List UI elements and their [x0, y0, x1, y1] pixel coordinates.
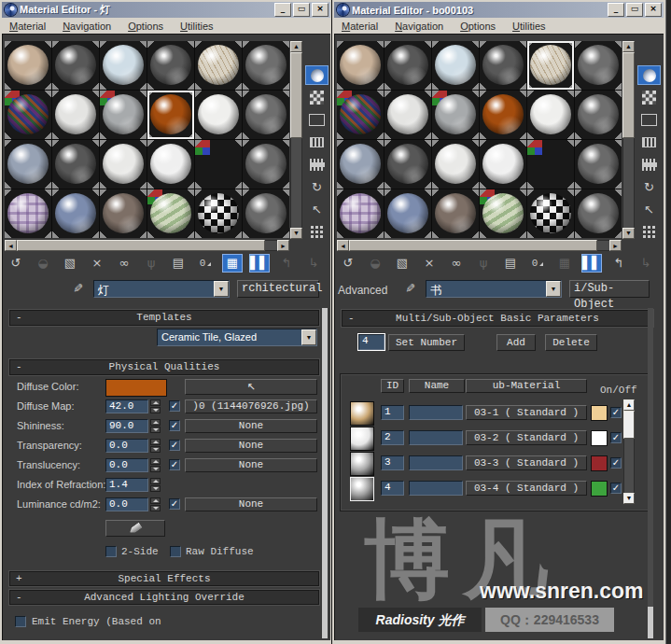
value-spinner[interactable]: [150, 458, 161, 472]
param-value-field[interactable]: 0.0: [105, 439, 148, 453]
scroll-thumb[interactable]: [622, 52, 635, 138]
material-sample-19[interactable]: [5, 189, 51, 238]
diffuse-color-map-button[interactable]: ↖: [185, 379, 317, 395]
go-to-parent-button[interactable]: ↰: [276, 254, 297, 273]
value-spinner[interactable]: [150, 497, 161, 511]
go-forward-to-sibling-button[interactable]: ↳: [636, 254, 656, 273]
background-button[interactable]: [637, 88, 661, 107]
collapse-icon[interactable]: -: [16, 311, 22, 325]
put-to-library-button[interactable]: ▤: [168, 254, 189, 273]
table-vscrollbar[interactable]: ▲ ▼: [623, 399, 635, 504]
table-header-name[interactable]: Name: [409, 379, 465, 393]
menu-material[interactable]: Material: [9, 21, 46, 32]
map-enable-checkbox[interactable]: ✓: [169, 498, 180, 510]
material-sample-13[interactable]: [337, 140, 384, 189]
sub-material-name-field[interactable]: [409, 481, 463, 496]
rollout-advanced-lighting-override[interactable]: - Advanced Lighting Override: [9, 590, 319, 605]
material-sample-10[interactable]: [147, 91, 194, 139]
scroll-down-icon[interactable]: ▼: [622, 228, 635, 239]
material-sample-7[interactable]: [5, 91, 51, 139]
material-sample-23[interactable]: [195, 189, 242, 238]
set-number-field[interactable]: 4: [358, 334, 384, 350]
sub-material-color-swatch[interactable]: [591, 455, 608, 471]
scroll-up-icon[interactable]: ▲: [622, 41, 635, 52]
rollout-multi-sub-object[interactable]: - Multi/Sub-Object Basic Parameters: [342, 310, 653, 327]
reset-map-mtl-button[interactable]: ×: [87, 254, 107, 273]
sub-material-id-field[interactable]: 1: [381, 405, 404, 420]
sub-material-onoff-checkbox[interactable]: ✓: [610, 457, 622, 469]
sub-material-thumbnail[interactable]: [350, 427, 374, 451]
get-material-button[interactable]: ↺: [338, 254, 358, 273]
material-sample-17[interactable]: [195, 140, 242, 189]
sample-type-sphere-button[interactable]: [637, 43, 661, 63]
select-by-material-button[interactable]: ↖: [637, 200, 661, 219]
backlight-button[interactable]: [305, 65, 329, 85]
material-sample-15[interactable]: [432, 140, 479, 189]
titlebar[interactable]: Material Editor - 灯 _ ▭ ×: [2, 2, 330, 18]
titlebar[interactable]: Material Editor - bo00103 _ ▭ ×: [334, 2, 664, 18]
material-sample-2[interactable]: [384, 41, 431, 90]
material-sample-9[interactable]: [100, 91, 147, 139]
material-map-navigator-button[interactable]: [637, 222, 661, 242]
scroll-up-icon[interactable]: ▲: [290, 41, 302, 52]
scroll-right-icon[interactable]: ►: [277, 240, 289, 251]
sub-material-button[interactable]: 03-4 ( Standard ): [466, 481, 587, 496]
two-side-checkbox[interactable]: [105, 546, 117, 557]
param-value-field[interactable]: 0.0: [105, 458, 148, 472]
pick-material-eyedropper-icon[interactable]: ✎: [71, 283, 85, 293]
material-name-dropdown[interactable]: 灯 ▼: [93, 280, 230, 298]
map-button[interactable]: None: [185, 497, 317, 511]
dropdown-arrow-icon[interactable]: ▼: [546, 281, 561, 297]
param-value-field[interactable]: 42.0: [105, 399, 148, 413]
map-enable-checkbox[interactable]: ✓: [169, 440, 180, 451]
select-by-material-button[interactable]: ↖: [305, 200, 329, 219]
material-sample-23[interactable]: [527, 189, 574, 238]
get-material-button[interactable]: ↺: [6, 254, 26, 273]
material-sample-16[interactable]: [480, 140, 526, 189]
material-sample-16[interactable]: [147, 140, 194, 189]
scroll-thumb[interactable]: [349, 240, 597, 251]
sub-material-color-swatch[interactable]: [591, 481, 608, 497]
menu-options[interactable]: Options: [460, 21, 496, 32]
sub-material-thumbnail[interactable]: [350, 401, 374, 426]
dropdown-arrow-icon[interactable]: ▼: [301, 329, 316, 345]
material-sample-12[interactable]: [243, 91, 289, 139]
sub-material-button[interactable]: 03-3 ( Standard ): [466, 455, 587, 470]
video-color-check-button[interactable]: [305, 133, 329, 152]
maximize-button[interactable]: ▭: [626, 3, 643, 17]
sample-vscrollbar[interactable]: ▲ ▼: [290, 41, 302, 239]
sub-material-name-field[interactable]: [409, 405, 463, 420]
collapse-icon[interactable]: -: [16, 591, 22, 604]
scroll-left-icon[interactable]: ◄: [5, 240, 17, 251]
material-sample-7[interactable]: [337, 91, 384, 139]
table-header-sub-material[interactable]: ub-Material: [466, 379, 587, 393]
rollout-special-effects[interactable]: + Special Effects: [9, 571, 319, 586]
sub-material-onoff-checkbox[interactable]: ✓: [610, 432, 622, 443]
sub-material-button[interactable]: 03-2 ( Standard ): [466, 430, 587, 445]
put-to-library-button[interactable]: ▤: [500, 254, 521, 273]
minimize-button[interactable]: _: [274, 3, 291, 17]
material-type-button[interactable]: rchitectural: [237, 280, 319, 298]
make-preview-button[interactable]: [305, 155, 329, 175]
material-sample-14[interactable]: [52, 140, 99, 189]
collapse-icon[interactable]: -: [16, 360, 22, 374]
luminance-picker-button[interactable]: [105, 520, 165, 537]
material-sample-2[interactable]: [52, 41, 99, 90]
material-sample-17[interactable]: [527, 140, 574, 189]
templates-dropdown[interactable]: Ceramic Tile, Glazed ▼: [157, 329, 317, 346]
show-end-result-button[interactable]: ▌▌: [581, 254, 602, 273]
map-button[interactable]: None: [185, 458, 317, 472]
sub-material-color-swatch[interactable]: [591, 405, 608, 421]
value-spinner[interactable]: [150, 399, 161, 413]
sample-type-sphere-button[interactable]: [305, 43, 329, 63]
material-sample-19[interactable]: [337, 189, 384, 238]
menu-options[interactable]: Options: [128, 21, 163, 32]
material-id-channel-button[interactable]: 0: [527, 254, 548, 273]
make-unique-button[interactable]: ψ: [141, 254, 161, 273]
pick-material-eyedropper-icon[interactable]: ✎: [403, 283, 417, 293]
material-sample-24[interactable]: [243, 189, 289, 238]
dropdown-arrow-icon[interactable]: ▼: [214, 281, 229, 297]
set-number-button[interactable]: Set Number: [388, 334, 465, 351]
material-sample-4[interactable]: [480, 41, 526, 90]
rollout-physical-qualities[interactable]: - Physical Qualities: [9, 359, 319, 375]
